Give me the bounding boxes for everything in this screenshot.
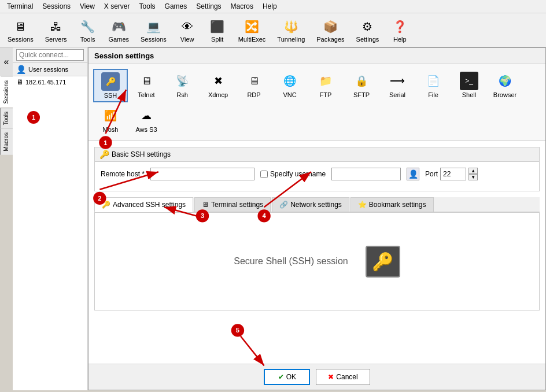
vnc-icon: 🌐 xyxy=(281,72,299,90)
toolbar-games[interactable]: 🎮 Games xyxy=(104,14,134,46)
tools-icon: 🔧 xyxy=(79,17,97,36)
session-type-mosh[interactable]: 📶 Mosh xyxy=(93,103,128,136)
menu-settings[interactable]: Settings xyxy=(191,1,226,12)
user-picker-icon[interactable]: 👤 xyxy=(407,168,419,180)
content-area: Session settings 🔑 SSH 🖥 Telnet 📡 Rsh ✖ xyxy=(88,47,546,390)
sidebar-tab-sessions[interactable]: Sessions xyxy=(0,76,13,108)
toolbar-multiexec-label: MultiExec xyxy=(238,36,266,43)
toolbar-settings[interactable]: ⚙ Settings xyxy=(351,14,385,46)
ok-button[interactable]: ✔ OK xyxy=(264,369,310,385)
sessions-list-item[interactable]: 🖥 182.61.45.171 xyxy=(13,76,87,88)
tab-advanced-ssh[interactable]: 🔑 Advanced SSH settings xyxy=(94,197,193,212)
toolbar-tools[interactable]: 🔧 Tools xyxy=(73,14,102,46)
toolbar-tools-label: Tools xyxy=(80,36,95,43)
session-type-vnc[interactable]: 🌐 VNC xyxy=(272,69,307,102)
specify-username-row: Specify username xyxy=(260,170,326,178)
menu-terminal[interactable]: Terminal xyxy=(2,1,38,12)
tab-content: Secure Shell (SSH) session 🔑 xyxy=(94,212,540,310)
toolbar-multiexec[interactable]: 🔀 MultiExec xyxy=(233,14,271,46)
servers-icon: 🖧 xyxy=(47,17,65,36)
menu-macros[interactable]: Macros xyxy=(226,1,258,12)
port-down-btn[interactable]: ▼ xyxy=(468,174,478,180)
tab-network[interactable]: 🔗 Network settings xyxy=(272,197,349,212)
file-icon: 📄 xyxy=(424,72,442,90)
shell-icon: >_ xyxy=(460,72,478,90)
remote-host-input[interactable] xyxy=(150,168,254,180)
toolbar-help[interactable]: ❓ Help xyxy=(385,14,414,46)
mosh-icon: 📶 xyxy=(101,106,120,125)
menu-help[interactable]: Help xyxy=(258,1,282,12)
session-type-rsh[interactable]: 📡 Rsh xyxy=(165,69,200,102)
toolbar-servers[interactable]: 🖧 Servers xyxy=(40,14,72,46)
port-input[interactable] xyxy=(440,168,466,180)
network-tab-icon: 🔗 xyxy=(279,201,288,209)
collapse-btn[interactable]: « xyxy=(0,47,13,76)
session-type-telnet[interactable]: 🖥 Telnet xyxy=(129,69,164,102)
settings-body: 🔑 Basic SSH settings Remote host * Speci… xyxy=(88,141,545,364)
toolbar-split-label: Split xyxy=(211,36,223,43)
username-input[interactable] xyxy=(331,168,401,180)
annotation-area-1: 1 xyxy=(13,111,87,124)
awss3-icon: ☁ xyxy=(137,106,156,125)
rdp-icon: 🖥 xyxy=(245,72,263,90)
split-icon: ⬛ xyxy=(208,17,227,36)
remote-host-row: Remote host * Specify username 👤 Port xyxy=(101,168,533,180)
advanced-ssh-icon: 🔑 xyxy=(102,201,110,209)
toolbar-packages[interactable]: 📦 Packages xyxy=(311,14,349,46)
basic-ssh-title-label: Basic SSH settings xyxy=(112,150,171,158)
session-type-ftp[interactable]: 📁 FTP xyxy=(308,69,343,102)
sidebar-tab-tools[interactable]: Tools xyxy=(0,108,13,128)
toolbar-view[interactable]: 👁 View xyxy=(173,14,202,46)
tab-terminal-label: Terminal settings xyxy=(211,201,263,209)
menu-games[interactable]: Games xyxy=(160,1,192,12)
session-type-awss3[interactable]: ☁ Aws S3 xyxy=(129,103,164,136)
rsh-icon: 📡 xyxy=(173,72,191,90)
specify-username-checkbox[interactable] xyxy=(260,171,268,178)
port-group: Port ▲ ▼ xyxy=(425,168,478,180)
toolbar-servers-label: Servers xyxy=(45,36,67,43)
session-type-browser[interactable]: 🌍 Browser xyxy=(488,69,522,102)
xdmcp-icon: ✖ xyxy=(209,72,227,90)
menu-bar: Terminal Sessions View X server Tools Ga… xyxy=(0,0,546,13)
ftp-icon: 📁 xyxy=(316,72,335,90)
session-type-xdmcp[interactable]: ✖ Xdmcp xyxy=(201,69,235,102)
toolbar-sessions-label: Sessions xyxy=(8,36,34,43)
ok-label: OK xyxy=(286,373,296,381)
session-type-file[interactable]: 📄 File xyxy=(416,69,451,102)
session-type-serial[interactable]: ⟶ Serial xyxy=(380,69,415,102)
dialog-buttons: ✔ OK ✖ Cancel xyxy=(88,364,545,390)
sessions-panel: 👤 User sessions 🖥 182.61.45.171 1 xyxy=(13,47,88,390)
menu-tools[interactable]: Tools xyxy=(135,1,160,12)
tunneling-icon: 🔱 xyxy=(282,17,300,36)
basic-ssh-title: 🔑 Basic SSH settings xyxy=(95,147,539,162)
serial-icon: ⟶ xyxy=(388,72,407,90)
port-label: Port xyxy=(425,170,438,178)
menu-xserver[interactable]: X server xyxy=(99,1,135,12)
tab-bookmark-label: Bookmark settings xyxy=(369,201,426,209)
key-icon: 🔑 xyxy=(372,252,393,272)
ok-check-icon: ✔ xyxy=(278,373,284,381)
port-spinner: ▲ ▼ xyxy=(468,168,478,180)
cancel-button[interactable]: ✖ Cancel xyxy=(316,369,370,385)
session-type-sftp[interactable]: 🔒 SFTP xyxy=(344,69,379,102)
menu-sessions[interactable]: Sessions xyxy=(38,1,75,12)
session-type-ssh[interactable]: 🔑 SSH xyxy=(93,69,128,102)
left-sidebar-tabs: « Sessions Tools Macros xyxy=(0,47,13,390)
session-type-shell[interactable]: >_ Shell xyxy=(452,69,486,102)
session-type-rdp[interactable]: 🖥 RDP xyxy=(237,69,271,102)
tab-terminal[interactable]: 🖥 Terminal settings xyxy=(194,197,271,212)
toolbar-view-label: View xyxy=(180,36,194,43)
toolbar-tunneling-label: Tunneling xyxy=(277,36,305,43)
menu-view[interactable]: View xyxy=(75,1,99,12)
port-up-btn[interactable]: ▲ xyxy=(468,168,478,174)
help-icon: ❓ xyxy=(390,17,409,36)
remote-host-label: Remote host * xyxy=(101,170,145,178)
toolbar-tunneling[interactable]: 🔱 Tunneling xyxy=(272,14,310,46)
quick-connect-input[interactable] xyxy=(16,49,84,61)
sidebar-tab-macros[interactable]: Macros xyxy=(0,128,13,155)
tab-bookmark[interactable]: ⭐ Bookmark settings xyxy=(351,197,434,212)
browser-icon: 🌍 xyxy=(496,72,514,90)
toolbar-sessions[interactable]: 🖥 Sessions xyxy=(2,14,39,46)
toolbar-sessions2[interactable]: 💻 Sessions xyxy=(135,14,172,46)
toolbar-split[interactable]: ⬛ Split xyxy=(203,14,232,46)
